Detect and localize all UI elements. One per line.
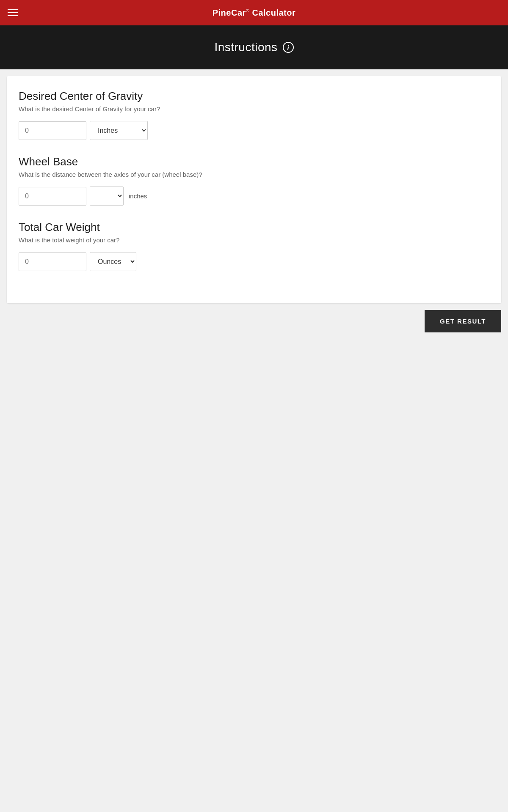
center-of-gravity-input-row: Inches Centimeters bbox=[19, 121, 489, 140]
main-card: Desired Center of Gravity What is the de… bbox=[7, 76, 501, 303]
total-car-weight-unit-select[interactable]: Ounces Grams bbox=[90, 252, 136, 271]
center-of-gravity-section: Desired Center of Gravity What is the de… bbox=[19, 90, 489, 140]
info-icon[interactable]: i bbox=[283, 42, 294, 53]
instructions-banner: Instructions i bbox=[0, 25, 508, 69]
wheel-base-input-row: 1/4 1/2 3/4 inches bbox=[19, 187, 489, 206]
app-title: PineCar® Calculator bbox=[213, 8, 296, 18]
wheel-base-description: What is the distance between the axles o… bbox=[19, 171, 489, 178]
total-car-weight-description: What is the total weight of your car? bbox=[19, 236, 489, 244]
instructions-label: Instructions bbox=[214, 41, 277, 54]
center-of-gravity-title: Desired Center of Gravity bbox=[19, 90, 489, 103]
center-of-gravity-unit-select[interactable]: Inches Centimeters bbox=[90, 121, 148, 140]
wheel-base-unit-label: inches bbox=[129, 192, 147, 200]
wheel-base-title: Wheel Base bbox=[19, 155, 489, 168]
wheel-base-input[interactable] bbox=[19, 187, 86, 206]
get-result-button[interactable]: GET RESULT bbox=[425, 310, 501, 332]
total-car-weight-input-row: Ounces Grams bbox=[19, 252, 489, 271]
center-of-gravity-input[interactable] bbox=[19, 121, 86, 140]
total-car-weight-section: Total Car Weight What is the total weigh… bbox=[19, 221, 489, 271]
title-text: PineCar bbox=[213, 8, 246, 17]
subtitle-text: Calculator bbox=[249, 8, 295, 17]
total-car-weight-input[interactable] bbox=[19, 252, 86, 271]
app-header: PineCar® Calculator bbox=[0, 0, 508, 25]
bottom-area bbox=[0, 332, 508, 628]
center-of-gravity-description: What is the desired Center of Gravity fo… bbox=[19, 105, 489, 112]
button-area: GET RESULT bbox=[0, 303, 508, 332]
wheel-base-section: Wheel Base What is the distance between … bbox=[19, 155, 489, 206]
total-car-weight-title: Total Car Weight bbox=[19, 221, 489, 234]
menu-button[interactable] bbox=[8, 9, 18, 16]
wheel-base-fraction-select[interactable]: 1/4 1/2 3/4 bbox=[90, 187, 124, 206]
